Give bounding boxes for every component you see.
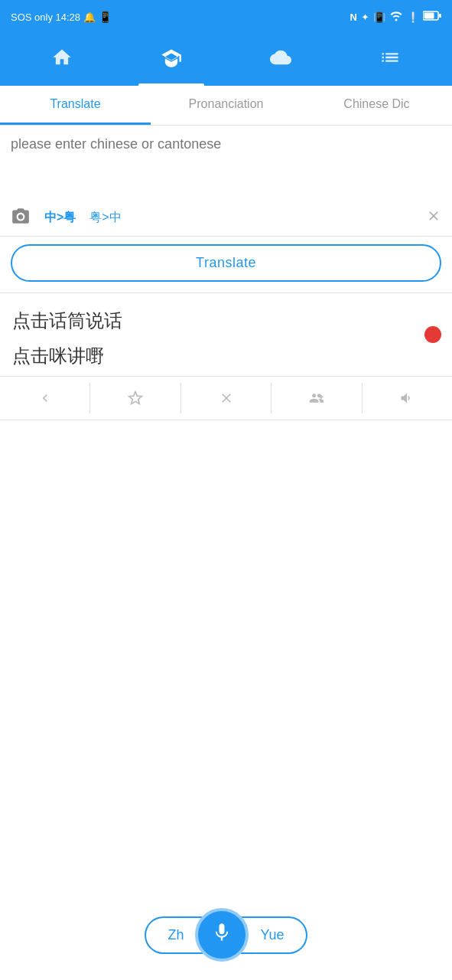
status-bar: SOS only 14:28 🔔 📱 N ✦ 📳 ❕ bbox=[0, 0, 452, 34]
speak-button[interactable] bbox=[363, 383, 452, 413]
tab-translate[interactable]: Translate bbox=[0, 86, 151, 125]
svg-rect-1 bbox=[424, 13, 434, 19]
status-right: N ✦ 📳 ❕ bbox=[350, 11, 441, 24]
nav-item-list[interactable] bbox=[335, 34, 444, 86]
translate-button-container: Translate bbox=[0, 237, 452, 293]
nav-item-cloud[interactable] bbox=[226, 34, 336, 86]
list-icon bbox=[379, 47, 401, 74]
svg-rect-2 bbox=[439, 14, 441, 18]
input-controls: 中>粤 粤>中 bbox=[11, 207, 441, 228]
camera-button[interactable] bbox=[11, 207, 31, 228]
bluetooth-icon: ✦ bbox=[361, 11, 369, 23]
clear-result-button[interactable] bbox=[181, 383, 272, 413]
translate-button[interactable]: Translate bbox=[11, 244, 441, 282]
translation-input[interactable] bbox=[11, 136, 441, 198]
record-indicator bbox=[424, 326, 441, 343]
input-area: 中>粤 粤>中 bbox=[0, 126, 452, 237]
sim-icon: 📱 bbox=[99, 11, 112, 23]
lang-zh-to-yue[interactable]: 中>粤 bbox=[44, 210, 76, 226]
learn-icon bbox=[161, 47, 182, 74]
nav-item-home[interactable] bbox=[8, 34, 117, 86]
nfc-icon: N bbox=[350, 11, 357, 23]
home-icon bbox=[51, 47, 73, 74]
action-bar bbox=[0, 377, 452, 420]
microphone-button[interactable] bbox=[195, 908, 249, 962]
status-left: SOS only 14:28 🔔 📱 bbox=[11, 11, 112, 23]
battery-alert-icon: ❕ bbox=[407, 11, 419, 23]
cloud-icon bbox=[269, 47, 292, 74]
favorite-button[interactable] bbox=[90, 383, 180, 413]
share-button[interactable] bbox=[0, 383, 90, 413]
yue-language-button[interactable]: Yue bbox=[241, 916, 307, 954]
voice-add-button[interactable] bbox=[272, 383, 362, 413]
clear-input-button[interactable] bbox=[426, 208, 441, 227]
tab-pronunciation[interactable]: Pronanciation bbox=[151, 86, 301, 125]
result-text-yue: 点击咪讲嘢 bbox=[12, 344, 440, 368]
top-nav bbox=[0, 34, 452, 86]
status-text: SOS only 14:28 bbox=[11, 11, 80, 23]
tab-chinese-dic[interactable]: Chinese Dic bbox=[301, 86, 452, 125]
zh-language-button[interactable]: Zh bbox=[145, 916, 203, 954]
mic-icon bbox=[211, 922, 233, 949]
main-content bbox=[0, 420, 452, 803]
wifi-icon bbox=[389, 11, 403, 24]
bottom-bar: Zh Yue bbox=[0, 896, 452, 980]
result-text-zh: 点击话筒说话 bbox=[12, 309, 440, 333]
lang-yue-to-zh[interactable]: 粤>中 bbox=[89, 210, 121, 226]
nav-item-learn[interactable] bbox=[117, 34, 226, 86]
vibrate-icon: 📳 bbox=[373, 11, 385, 23]
bell-icon: 🔔 bbox=[83, 11, 96, 23]
result-area: 点击话筒说话 点击咪讲嘢 bbox=[0, 293, 452, 377]
battery-icon bbox=[423, 11, 441, 23]
tab-bar: Translate Pronanciation Chinese Dic bbox=[0, 86, 452, 126]
